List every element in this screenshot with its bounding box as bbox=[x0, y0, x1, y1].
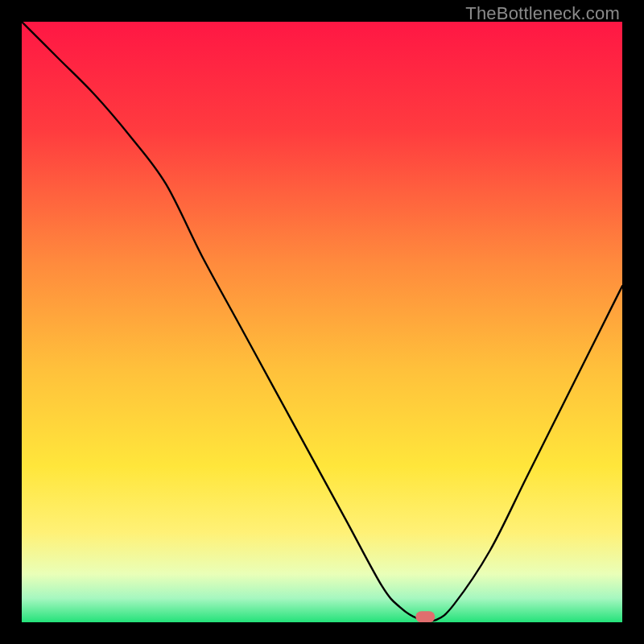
bottleneck-curve-chart bbox=[22, 22, 622, 622]
chart-frame: TheBottleneck.com bbox=[0, 0, 644, 644]
gradient-background bbox=[22, 22, 622, 622]
optimal-point-marker bbox=[415, 611, 435, 622]
plot-area bbox=[22, 22, 622, 622]
